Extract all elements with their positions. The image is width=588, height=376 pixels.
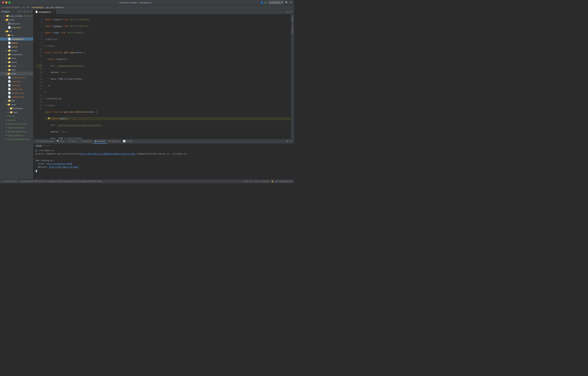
tree-item-element-ui-scss[interactable]: 📄 element-ui.scss <box>0 76 33 79</box>
fold-1[interactable] <box>33 15 37 18</box>
status-vcs[interactable]: ⎇ Version Control <box>2 180 17 182</box>
tree-item-assets[interactable]: ▶ 📁 assets <box>0 49 33 52</box>
breadcrumb-part-2[interactable]: src <box>22 6 25 9</box>
tree-item-mixin-scss[interactable]: 📄 mixin.scss <box>0 83 33 87</box>
close-terminal-icon[interactable]: ✕ <box>290 140 292 143</box>
fold-5[interactable]: − <box>33 31 37 34</box>
tree-item-sidebar-scss[interactable]: 📄 sidebar.scss <box>0 87 33 91</box>
breadcrumb-part-3[interactable]: api <box>27 6 29 9</box>
tree-item-index-html[interactable]: 📄 index.html <box>0 25 33 29</box>
folder-open-icon: 📂 <box>6 18 9 21</box>
status-position[interactable]: 14:19 <box>244 180 249 182</box>
tree-item-utils[interactable]: ▶ 📁 utils <box>0 99 33 103</box>
database-panel-label[interactable]: Database <box>291 14 294 24</box>
tab-version-control[interactable]: ⎇ Version Control <box>34 139 55 144</box>
tree-item-group-mgmt[interactable]: ✔ group-management.vue <box>0 137 33 141</box>
line-numbers: 1 2 3 4 · 5 6 7 8 9 10 11 12 · 13 14 15 … <box>37 14 43 139</box>
terminal-network-link[interactable]: http://192.168.3.13:9528 <box>49 166 78 168</box>
fold-2[interactable] <box>33 18 37 21</box>
search-icon[interactable]: 🔍 <box>285 1 288 4</box>
terminal-local-link[interactable]: http://localhost:9528 <box>47 163 72 165</box>
tab-services[interactable]: ⚙ Services <box>107 139 121 144</box>
tab-profiler[interactable]: 📊 Profiler <box>121 139 135 144</box>
ico-file-icon: 🖼 <box>8 22 10 25</box>
tree-item-layout[interactable]: ▶ 📁 layout <box>0 60 33 64</box>
tree-item-404[interactable]: ✔ 404.vue <box>0 114 33 118</box>
tree-item-user[interactable]: 📄 user.js <box>0 45 33 49</box>
status-lang[interactable]: Vue TypeScript 4.8.4 <box>275 180 292 182</box>
settings-terminal-icon[interactable]: ⚙ <box>286 140 288 143</box>
tree-item-variables-scss[interactable]: 📄 variables.scss <box>0 95 33 99</box>
maximize-button[interactable] <box>9 1 11 3</box>
terminal-dropdown-button[interactable]: ▾ <box>49 145 50 147</box>
status-indent[interactable]: 2 spaces* <box>261 180 269 182</box>
tree-item-login[interactable]: ▶ 📁 login <box>0 110 33 114</box>
current-file-button[interactable]: Current File ▾ <box>268 1 284 4</box>
breadcrumb-part-4[interactable]: manageApi.js <box>32 6 44 9</box>
tree-item-public[interactable]: ▾ 📂 public <box>0 18 33 22</box>
notifications-panel-label[interactable]: Notifications <box>291 24 294 35</box>
tree-item-views[interactable]: ▾ 📂 views <box>0 103 33 106</box>
tree-item-node-modules[interactable]: ▶ 📁 node_modules library root <box>0 14 33 18</box>
tree-item-dashboard[interactable]: ▶ 📁 dashboard <box>0 106 33 110</box>
project-dropdown-icon[interactable]: ▾ <box>1 11 2 13</box>
tree-item-src[interactable]: ▾ 📂 src <box>0 29 33 33</box>
tree-item-blocked-user[interactable]: ✔ blocked-user-list.vue <box>0 129 33 133</box>
tree-item-transition-scss[interactable]: 📄 transition.scss <box>0 91 33 95</box>
tab-terminal[interactable]: ▶ Terminal <box>93 139 107 144</box>
tree-item-client-config[interactable]: ✔ client_config.vue <box>0 133 33 137</box>
tree-item-index-scss[interactable]: 📄 index.scss <box>0 79 33 83</box>
status-lock-icon: 🔒 <box>271 180 273 182</box>
tree-item-router[interactable]: ▶ 📁 router <box>0 64 33 68</box>
breadcrumb-part-5[interactable]: get_user_statistics() <box>46 6 64 9</box>
fold-8[interactable] <box>33 41 37 44</box>
fold-12[interactable] <box>33 54 37 58</box>
run-icon[interactable]: ▶ <box>265 1 267 4</box>
fold-3[interactable] <box>33 21 37 25</box>
add-terminal-button[interactable]: + <box>46 144 48 147</box>
fold-10[interactable] <box>33 48 37 51</box>
fold-13[interactable]: − <box>33 61 37 64</box>
code-editor[interactable]: import request from '@/utils/APIadmin' i… <box>43 14 291 139</box>
vue-file2-icon: ✔ <box>6 118 8 121</box>
fold-9[interactable] <box>33 44 37 48</box>
close-sidebar-icon[interactable]: ✕ <box>30 10 32 13</box>
tree-item-table[interactable]: 📄 table.js <box>0 41 33 45</box>
tab-manageapi[interactable]: 📄 manageApi.js ✕ <box>33 10 56 14</box>
tree-item-components[interactable]: ▶ 📁 components <box>0 52 33 56</box>
fold-6[interactable] <box>33 34 37 38</box>
tab-close-button[interactable]: ✕ <box>52 11 54 13</box>
fold-4[interactable] <box>33 25 37 28</box>
layout-icon[interactable]: ⊞ <box>18 10 20 13</box>
tab-problems[interactable]: ⚠ Problems <box>78 139 93 144</box>
terminal-close-tab[interactable]: ✕ <box>44 145 45 147</box>
terminal-link-1[interactable]: http://192.168.3.13:9528&sockPath=/sockj… <box>79 153 135 155</box>
settings-small-icon[interactable]: ⚙ <box>27 10 29 13</box>
list-icon[interactable]: ≡ <box>21 10 22 13</box>
tab-find[interactable]: 🔍 Find <box>55 139 66 144</box>
tree-item-active-group[interactable]: ✔ active-group-list.vue <box>0 122 33 126</box>
folder-src-icon: 📂 <box>6 30 9 33</box>
tab-todo[interactable]: ☑ TODO <box>66 139 78 144</box>
tree-item-styles[interactable]: ▾ 📂 styles <box>0 72 33 76</box>
tree-item-api[interactable]: ▾ 📂 api <box>0 33 33 37</box>
terminal-output[interactable]: @ ./src/main.js @ multi (webpack)-dev-se… <box>33 148 294 179</box>
fold-7[interactable] <box>33 38 37 41</box>
close-button[interactable] <box>2 1 4 3</box>
breadcrumb-part-1[interactable]: vue-admin-template <box>2 6 20 9</box>
status-encoding[interactable]: UTF-8 <box>254 180 259 182</box>
fold-11[interactable] <box>33 51 37 54</box>
tree-item-store[interactable]: ▶ 📁 store <box>0 68 33 72</box>
filter-icon[interactable]: ⊕ <box>24 10 26 13</box>
tree-item-favicon[interactable]: 🖼 favicon.ico <box>0 22 33 25</box>
tree-item-active-user[interactable]: ✔ active-user-list.vue <box>0 126 33 129</box>
tree-item-manageapi[interactable]: 📄 manageApi.js <box>0 37 33 41</box>
tree-item-icons[interactable]: ▶ 📁 icons <box>0 56 33 60</box>
expand-arrow: ▾ <box>4 19 5 21</box>
find-icon: 🔍 <box>57 140 59 143</box>
account-icon[interactable]: 👤 <box>260 1 263 4</box>
settings-icon[interactable]: ⚙ <box>290 1 292 4</box>
status-line-sep[interactable]: LF <box>250 180 252 182</box>
minimize-button[interactable] <box>5 1 7 3</box>
tree-item-aaa[interactable]: ✔ aaa.vue <box>0 118 33 122</box>
